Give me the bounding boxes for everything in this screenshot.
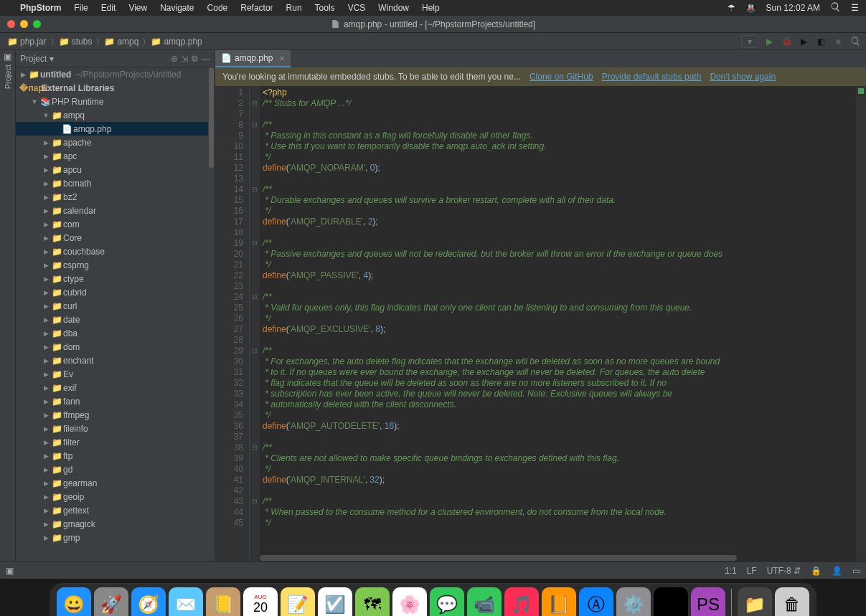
tree-folder-com[interactable]: 📁com — [16, 217, 215, 231]
banner-link-dismiss[interactable]: Don't show again — [710, 72, 776, 82]
tree-folder-gmp[interactable]: 📁gmp — [16, 531, 215, 544]
tree-folder-enchant[interactable]: 📁enchant — [16, 354, 215, 367]
inspection-icon[interactable]: 👤 — [832, 566, 842, 576]
project-tree[interactable]: 📁untitled~/PhpstormProjects/untitled �па… — [16, 67, 215, 561]
collapse-all-icon[interactable]: ⇲ — [181, 54, 188, 64]
dock-settings[interactable]: ⚙️ — [616, 587, 651, 616]
tree-folder-calendar[interactable]: 📁calendar — [16, 204, 215, 217]
dock-notes[interactable]: 📝 — [281, 587, 315, 616]
tree-folder-ffmpeg[interactable]: 📁ffmpeg — [16, 408, 215, 422]
dock-itunes[interactable]: 🎵 — [504, 587, 539, 616]
run-button[interactable]: ▶ — [763, 35, 776, 48]
tree-folder-Core[interactable]: 📁Core — [16, 231, 215, 245]
stop-button[interactable]: ■ — [832, 35, 844, 48]
menu-code[interactable]: Code — [207, 3, 228, 13]
tool-toggle-icon[interactable]: ▣ — [6, 566, 14, 576]
menu-vcs[interactable]: VCS — [348, 3, 366, 13]
tree-folder-curl[interactable]: 📁curl — [16, 299, 215, 313]
memory-indicator-icon[interactable]: ▭ — [852, 566, 860, 576]
dock-trash[interactable]: 🗑 — [775, 587, 809, 616]
tree-folder-gettext[interactable]: 📁gettext — [16, 503, 215, 517]
spotlight-icon[interactable] — [830, 1, 841, 14]
tree-folder-dom[interactable]: 📁dom — [16, 340, 215, 354]
tree-folder-filter[interactable]: 📁filter — [16, 435, 215, 449]
tree-folder-gearman[interactable]: 📁gearman — [16, 476, 215, 490]
project-tool-icon[interactable]: ▣ — [4, 52, 11, 62]
dock-mail[interactable]: ✉️ — [169, 587, 203, 616]
train-icon[interactable]: 🚇 — [745, 3, 756, 13]
menu-refactor[interactable]: Refactor — [240, 3, 273, 13]
line-separator[interactable]: LF — [747, 566, 757, 576]
dock-safari[interactable]: 🧭 — [131, 587, 166, 616]
menu-help[interactable]: Help — [422, 3, 440, 13]
dock-photos[interactable]: 🌸 — [392, 587, 427, 616]
tree-folder-apc[interactable]: 📁apc — [16, 149, 215, 163]
dock-calendar[interactable]: AUG20 — [243, 587, 278, 616]
menu-icon[interactable]: ☰ — [851, 3, 859, 13]
debug-button[interactable]: 🐞 — [780, 35, 793, 48]
tree-folder-bcmath[interactable]: 📁bcmath — [16, 176, 215, 190]
tree-folder-exif[interactable]: 📁exif — [16, 381, 215, 394]
scroll-from-source-icon[interactable]: ⊕ — [171, 54, 178, 64]
dock-messages[interactable]: 💬 — [430, 587, 464, 616]
app-name[interactable]: PhpStorm — [20, 3, 61, 13]
horizontal-scrollbar[interactable] — [260, 554, 856, 561]
tab-amqp[interactable]: 📄 amqp.php × — [215, 50, 291, 67]
caret-position[interactable]: 1:1 — [725, 566, 737, 576]
dock-finder[interactable]: 😀 — [57, 587, 91, 616]
tree-folder-gd[interactable]: 📁gd — [16, 463, 215, 476]
close-tab-icon[interactable]: × — [279, 53, 285, 64]
code-editor[interactable]: 1278910111213141516171819202122232425262… — [215, 86, 866, 561]
tree-folder-ftp[interactable]: 📁ftp — [16, 449, 215, 463]
settings-gear-icon[interactable]: ⚙ — [191, 54, 199, 64]
search-everywhere-icon[interactable] — [849, 35, 862, 48]
banner-link-clone[interactable]: Clone on GitHub — [530, 72, 593, 82]
dock-reminders[interactable]: ☑️ — [318, 587, 352, 616]
tree-folder-apache[interactable]: 📁apache — [16, 136, 215, 149]
hide-tool-icon[interactable]: — — [202, 54, 210, 64]
tree-folder-fann[interactable]: 📁fann — [16, 394, 215, 408]
tree-folder-ctype[interactable]: 📁ctype — [16, 272, 215, 285]
code-content[interactable]: <?php/** Stubs for AMQP ...*//** * Passi… — [260, 86, 856, 561]
tree-folder-csprng[interactable]: 📁csprng — [16, 258, 215, 272]
tree-folder-apcu[interactable]: 📁apcu — [16, 163, 215, 176]
tree-folder-cubrid[interactable]: 📁cubrid — [16, 285, 215, 299]
breadcrumb-ampq[interactable]: 📁ampq — [101, 37, 141, 47]
tree-folder-date[interactable]: 📁date — [16, 313, 215, 326]
profile-button[interactable]: ◧ — [814, 35, 827, 48]
banner-link-stubs[interactable]: Provide default stubs path — [602, 72, 702, 82]
coverage-button[interactable]: ▶ — [797, 35, 810, 48]
file-encoding[interactable]: UTF-8 ⇵ — [767, 566, 801, 576]
clock[interactable]: Sun 12:02 AM — [766, 3, 820, 13]
readonly-lock-icon[interactable]: 🔒 — [811, 566, 822, 576]
menu-view[interactable]: View — [128, 3, 147, 13]
breadcrumb-php.jar[interactable]: 📁php.jar — [4, 37, 50, 47]
tree-folder-bz2[interactable]: 📁bz2 — [16, 190, 215, 204]
umbrella-icon[interactable]: ☂ — [728, 3, 735, 13]
dock-contacts[interactable]: 📒 — [206, 587, 240, 616]
tree-folder-dba[interactable]: 📁dba — [16, 326, 215, 340]
dock-launchpad[interactable]: 🚀 — [94, 587, 128, 616]
project-tool-label[interactable]: Project — [4, 65, 12, 89]
menu-file[interactable]: File — [74, 3, 88, 13]
fold-column[interactable]: ⊟⊟⊟⊟⊟⊟⊟⊟ — [250, 86, 260, 561]
dock-facetime[interactable]: 📹 — [467, 587, 502, 616]
menu-edit[interactable]: Edit — [101, 3, 116, 13]
error-stripe[interactable] — [856, 86, 866, 561]
dock-ibooks[interactable]: 📙 — [542, 587, 576, 616]
tree-folder-gmagick[interactable]: 📁gmagick — [16, 517, 215, 531]
dock-maps[interactable]: 🗺 — [355, 587, 390, 616]
menu-run[interactable]: Run — [286, 3, 302, 13]
breadcrumb-stubs[interactable]: 📁stubs — [56, 37, 95, 47]
menu-tools[interactable]: Tools — [315, 3, 335, 13]
project-view-dropdown[interactable]: Project ▾ — [20, 54, 54, 64]
tree-folder-Ev[interactable]: 📁Ev — [16, 367, 215, 381]
tree-folder-couchbase[interactable]: 📁couchbase — [16, 245, 215, 258]
tree-folder-geoip[interactable]: 📁geoip — [16, 490, 215, 503]
tree-folder-fileinfo[interactable]: 📁fileinfo — [16, 422, 215, 435]
dock-phpstorm[interactable]: PS — [691, 587, 725, 616]
run-config-dropdown[interactable]: ▾ — [741, 35, 758, 48]
menu-window[interactable]: Window — [378, 3, 409, 13]
dock-terminal[interactable]: >_ — [654, 587, 688, 616]
menu-navigate[interactable]: Navigate — [160, 3, 194, 13]
